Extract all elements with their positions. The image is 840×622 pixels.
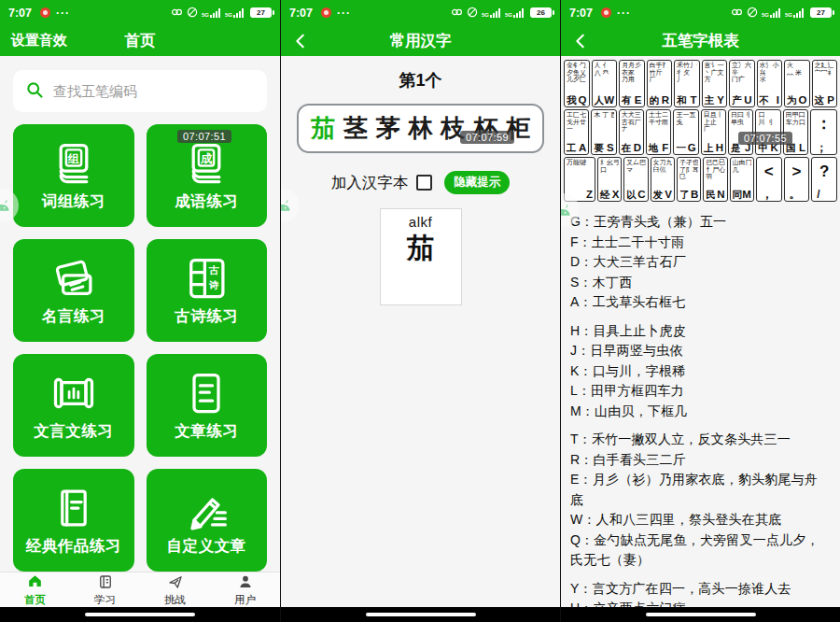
signal-icon-sim2: 5G	[225, 8, 245, 18]
gesture-bar	[281, 607, 560, 622]
key-example-char: 和	[677, 95, 687, 106]
nav-item-challenge[interactable]: 挑战	[140, 573, 210, 607]
gesture-pill[interactable]	[85, 613, 195, 616]
sound-settings-button[interactable]: 设置音效	[11, 32, 67, 49]
recording-timestamp: 07:07:59	[460, 131, 514, 144]
wubi-key-H[interactable]: 目且丨卜上止广上H	[701, 109, 726, 155]
punct-symbol: ?	[819, 163, 829, 180]
key-letter: N	[717, 190, 724, 200]
wubi-keyboard: 金钅勹儿夕鱼乂儿夕匚我Q人 亻八 癶人W月舟彡衣豕乃用有E白手扌斤竹斤厂的R禾竹…	[564, 60, 837, 202]
signal-icon-sim1: 5G	[202, 8, 221, 18]
gesture-pill[interactable]	[646, 613, 756, 616]
key-radicals: 金钅勹儿夕鱼乂儿夕匚	[567, 62, 587, 95]
key-radicals: 立冫六辛门疒	[732, 62, 752, 95]
key-example-char: 上	[704, 143, 714, 153]
key-radicals: 子孑也凵了阝耳卩㔾	[679, 159, 698, 190]
wubi-key-W[interactable]: 人 亻八 癶人W	[592, 60, 618, 107]
wubi-key-C[interactable]: 又厶巴马マ以C	[623, 157, 648, 202]
wubi-key-Y[interactable]: 言讠一亠丶广文方主Y	[702, 60, 728, 107]
key-example-char: 经	[600, 190, 610, 200]
wubi-key-I[interactable]: 水氵小兴氺不I	[757, 60, 783, 107]
rule-group: T：禾竹一撇双人立，反文条头共三一R：白手看头三二斤E：月彡（衫）乃用家衣底，豹…	[570, 430, 831, 571]
back-button[interactable]	[572, 32, 589, 50]
punct-key[interactable]: ?/	[811, 157, 837, 202]
key-radicals: 目且丨卜上止广	[704, 111, 723, 143]
punct-key[interactable]: ：；	[810, 109, 837, 155]
add-to-book-checkbox[interactable]	[416, 175, 432, 191]
practice-tile[interactable]: 古诗古诗练习	[147, 239, 268, 342]
wubi-table-screen: 7:07 ··· 5G 5G 27 五笔字根表 金钅勹儿夕鱼乂儿夕匚我Q人 亻八…	[560, 0, 840, 622]
tile-label: 名言练习	[42, 306, 105, 327]
hide-hint-button[interactable]: 隐藏提示	[444, 171, 510, 194]
punct-key[interactable]: >。	[784, 157, 810, 202]
practice-tile[interactable]: 自定义文章	[147, 469, 268, 572]
wubi-key-F[interactable]: 土士二十干寸雨地F	[646, 109, 671, 155]
nav-item-home[interactable]: 首页	[0, 573, 70, 607]
key-radicals: 木 丁 西	[594, 111, 613, 143]
key-radicals: 人 亻八 癶	[595, 62, 615, 95]
practice-tile[interactable]: 文言文练习	[13, 354, 134, 457]
wubi-key-M[interactable]: 山由冂贝几同M	[730, 157, 754, 202]
book-idiom-icon: 成	[182, 139, 231, 188]
key-letter: V	[665, 190, 672, 200]
gesture-pill[interactable]	[366, 613, 476, 616]
wubi-key-S[interactable]: 木 丁 西要S	[591, 109, 616, 155]
punct-key[interactable]: <，	[756, 157, 782, 202]
wubi-key-D[interactable]: 大犬三古石厂ナ在D	[619, 109, 644, 155]
char-strip[interactable]: 茄茎茅林枝杯柜	[297, 104, 544, 153]
key-example-char: 在	[622, 143, 632, 153]
rule-line: K：口与川，字根稀	[570, 361, 831, 382]
key-example-char: 要	[594, 143, 604, 153]
wubi-rules: G：王旁青头戋（兼）五一F：土士二干十寸雨D：大犬三羊古石厂S：木丁西A：工戈草…	[561, 212, 840, 622]
svg-text:古: 古	[208, 264, 219, 276]
wubi-key-A[interactable]: 工匚七弋戈廾廿艹一工A	[564, 109, 589, 155]
wubi-key-E[interactable]: 月舟彡衣豕乃用有E	[619, 60, 645, 107]
wubi-key-R[interactable]: 白手扌斤竹斤厂的R	[647, 60, 673, 107]
key-radicals: 禾竹丿一彳攵丿	[677, 62, 697, 95]
wubi-key-O[interactable]: 火灬 米为O	[784, 60, 810, 107]
search-bar[interactable]	[13, 70, 267, 112]
wubi-key-X[interactable]: 纟幺弓匕口经X	[597, 157, 622, 202]
key-example-char: 这	[815, 95, 825, 106]
nav-item-study[interactable]: 学习	[70, 573, 140, 607]
nav-item-user[interactable]: 用户	[210, 573, 280, 607]
key-radicals: 山由冂贝几	[733, 159, 751, 190]
key-radicals: 水氵小兴氺	[760, 62, 780, 95]
practice-tile[interactable]: 文章练习	[147, 354, 268, 457]
key-letter: E	[635, 95, 642, 106]
practice-tile[interactable]: 组词组练习	[13, 124, 134, 227]
link-icon	[731, 5, 743, 21]
keyboard-row: 金钅勹儿夕鱼乂儿夕匚我Q人 亻八 癶人W月舟彡衣豕乃用有E白手扌斤竹斤厂的R禾竹…	[564, 60, 837, 107]
char-item: 茄	[311, 112, 335, 145]
practice-tile[interactable]: 名言练习	[13, 239, 134, 342]
wubi-key-B[interactable]: 子孑也凵了阝耳卩㔾了B	[677, 157, 701, 202]
key-letter: Z	[586, 190, 593, 200]
add-to-book-row: 加入汉字本 隐藏提示	[281, 171, 560, 194]
status-bar: 7:07 ··· 5G 5G 26	[281, 0, 560, 25]
wubi-key-N[interactable]: 已己巳乙忄尸心羽民N	[703, 157, 727, 202]
key-radicals: 月舟彡衣豕乃用	[622, 62, 642, 95]
practice-tile[interactable]: 经典作品练习	[13, 469, 134, 572]
keyboard-row: 万能键Z纟幺弓匕口经X又厶巴马マ以C女刀九彐臼巛发V子孑也凵了阝耳卩㔾了B已己巳…	[564, 157, 837, 202]
key-radicals: 女刀九彐臼巛	[653, 159, 672, 190]
classic-book-icon	[49, 484, 98, 532]
key-example-char: 人	[595, 95, 605, 106]
back-button[interactable]	[292, 32, 309, 50]
wubi-key-T[interactable]: 禾竹丿一彳攵丿和T	[674, 60, 700, 107]
wubi-key-P[interactable]: 之廴辶宀冖礻这P	[812, 60, 838, 107]
rule-line: Y：言文方广在四一，高头一捺谁人去	[570, 579, 831, 600]
wubi-key-Q[interactable]: 金钅勹儿夕鱼乂儿夕匚我Q	[564, 60, 590, 107]
recording-timestamp: 07:07:51	[177, 130, 231, 143]
cards-icon	[49, 254, 98, 303]
wubi-key-G[interactable]: 王一五戋一G	[673, 109, 698, 155]
char-item: 茎	[343, 112, 368, 145]
wubi-key-U[interactable]: 立冫六辛门疒产U	[729, 60, 755, 107]
recording-app-icon	[601, 7, 611, 18]
key-radicals: 已己巳乙忄尸心羽	[706, 159, 724, 190]
search-icon	[25, 80, 44, 103]
clock: 7:07	[569, 7, 593, 20]
wubi-key-V[interactable]: 女刀九彐臼巛发V	[651, 157, 675, 202]
search-input[interactable]	[53, 83, 255, 99]
rule-line: S：木丁西	[570, 273, 831, 293]
tile-grid: 组词组练习成成语练习名言练习古诗古诗练习文言文练习文章练习经典作品练习自定义文章	[13, 124, 267, 572]
